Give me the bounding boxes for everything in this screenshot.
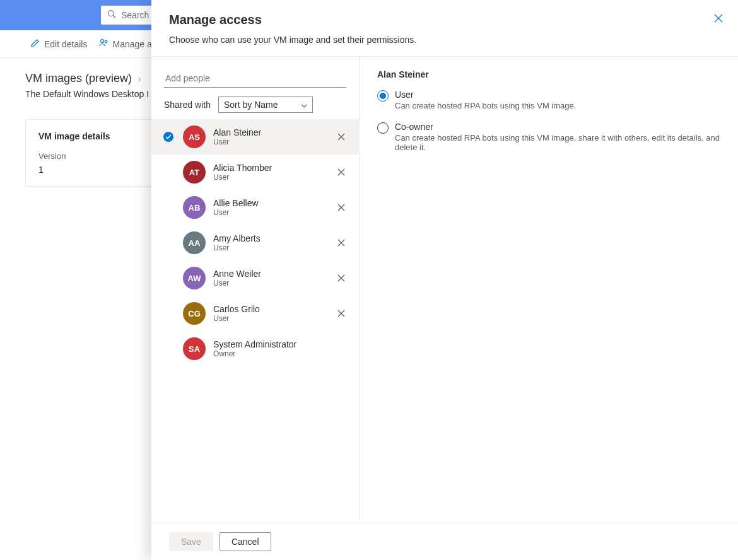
panel-footer: Save Cancel bbox=[151, 523, 738, 560]
check-icon bbox=[165, 134, 172, 139]
person-row[interactable]: AWAnne WeilerUser bbox=[151, 260, 359, 296]
permission-option[interactable]: Co-ownerCan create hosted RPA bots using… bbox=[377, 122, 720, 152]
select-check[interactable] bbox=[161, 132, 175, 142]
people-icon bbox=[98, 38, 108, 50]
panel-title: Manage access bbox=[169, 13, 720, 27]
close-icon bbox=[337, 133, 345, 141]
remove-person-button[interactable] bbox=[335, 239, 348, 247]
avatar: AT bbox=[183, 161, 206, 184]
permissions-column: Alan Steiner UserCan create hosted RPA b… bbox=[360, 57, 738, 523]
person-name: Allie Bellew bbox=[213, 198, 327, 208]
avatar: AS bbox=[183, 125, 206, 148]
close-icon bbox=[714, 14, 723, 23]
remove-person-button[interactable] bbox=[335, 310, 348, 317]
radio[interactable] bbox=[377, 122, 389, 134]
chevron-right-icon: › bbox=[138, 74, 141, 84]
person-row[interactable]: ABAllie BellewUser bbox=[151, 190, 359, 225]
permission-description: Can create hosted RPA bots using this VM… bbox=[395, 101, 576, 110]
avatar: SA bbox=[183, 337, 206, 360]
panel-description: Choose who can use your VM image and set… bbox=[151, 35, 738, 56]
remove-person-button[interactable] bbox=[335, 133, 348, 141]
shared-with-label: Shared with bbox=[164, 100, 211, 110]
close-icon bbox=[337, 239, 345, 247]
permission-label: Co-owner bbox=[395, 122, 720, 132]
avatar: AA bbox=[183, 231, 206, 254]
svg-point-2 bbox=[101, 40, 104, 43]
sort-value: Sort by Name bbox=[224, 100, 278, 110]
svg-point-3 bbox=[105, 40, 108, 43]
person-role: Owner bbox=[213, 349, 327, 358]
avatar: AB bbox=[183, 196, 206, 219]
permission-label: User bbox=[395, 90, 576, 100]
person-row[interactable]: ASAlan SteinerUser bbox=[151, 119, 359, 155]
person-name: Alicia Thomber bbox=[213, 163, 327, 173]
people-column: Shared with Sort by Name ASAlan SteinerU… bbox=[151, 57, 360, 523]
remove-person-button[interactable] bbox=[335, 168, 348, 176]
avatar: AW bbox=[183, 267, 206, 289]
person-role: User bbox=[213, 137, 327, 146]
people-list: ASAlan SteinerUserATAlicia ThomberUserAB… bbox=[151, 119, 359, 523]
person-name: Amy Alberts bbox=[213, 233, 327, 243]
save-button[interactable]: Save bbox=[169, 532, 213, 551]
pencil-icon bbox=[30, 38, 40, 50]
close-icon bbox=[337, 274, 345, 282]
person-role: User bbox=[213, 243, 327, 252]
person-role: User bbox=[213, 314, 327, 323]
person-name: System Administrator bbox=[213, 339, 327, 349]
permission-option[interactable]: UserCan create hosted RPA bots using thi… bbox=[377, 90, 720, 110]
breadcrumb-item[interactable]: VM images (preview) bbox=[25, 72, 132, 85]
svg-line-1 bbox=[114, 16, 116, 18]
close-icon bbox=[337, 204, 345, 211]
close-icon bbox=[337, 310, 345, 317]
close-button[interactable] bbox=[714, 14, 723, 25]
person-row[interactable]: SASystem AdministratorOwner bbox=[151, 331, 359, 366]
remove-person-button[interactable] bbox=[335, 204, 348, 211]
person-role: User bbox=[213, 173, 327, 182]
remove-person-button[interactable] bbox=[335, 274, 348, 282]
person-role: User bbox=[213, 208, 327, 217]
close-icon bbox=[337, 168, 345, 176]
permissions-heading: Alan Steiner bbox=[377, 69, 720, 79]
person-name: Anne Weiler bbox=[213, 269, 327, 279]
cancel-button[interactable]: Cancel bbox=[220, 532, 271, 551]
avatar: CG bbox=[183, 302, 206, 325]
person-name: Carlos Grilo bbox=[213, 304, 327, 314]
search-icon bbox=[107, 9, 116, 21]
edit-details-button[interactable]: Edit details bbox=[30, 38, 87, 50]
edit-details-label: Edit details bbox=[44, 39, 87, 49]
person-name: Alan Steiner bbox=[213, 127, 327, 137]
permission-description: Can create hosted RPA bots using this VM… bbox=[395, 133, 720, 152]
radio[interactable] bbox=[377, 90, 389, 102]
add-people-input[interactable] bbox=[164, 69, 346, 88]
person-row[interactable]: CGCarlos GriloUser bbox=[151, 296, 359, 331]
sort-dropdown[interactable]: Sort by Name bbox=[218, 96, 313, 113]
chevron-down-icon bbox=[301, 100, 307, 110]
manage-access-panel: Manage access Choose who can use your VM… bbox=[151, 0, 738, 560]
person-role: User bbox=[213, 279, 327, 288]
person-row[interactable]: AAAmy AlbertsUser bbox=[151, 225, 359, 260]
svg-point-0 bbox=[108, 11, 114, 16]
person-row[interactable]: ATAlicia ThomberUser bbox=[151, 155, 359, 190]
